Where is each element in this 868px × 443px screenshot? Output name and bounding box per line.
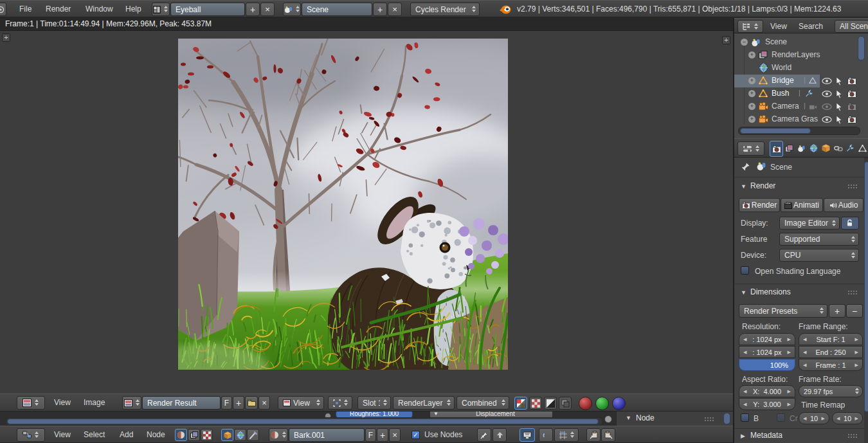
copy-nodes-button[interactable]: [586, 428, 601, 442]
new-image-button[interactable]: +: [233, 396, 244, 410]
aspect-y-field[interactable]: ◀Y: 3.000▶: [739, 398, 795, 410]
animation-button[interactable]: Animati: [781, 198, 823, 212]
parent-node-tree-button[interactable]: [493, 428, 507, 442]
add-layout-button[interactable]: +: [246, 3, 260, 16]
remap-new-field[interactable]: ◀10▶: [832, 412, 863, 424]
tab-scene[interactable]: [795, 141, 808, 156]
menu-file[interactable]: File: [19, 1, 32, 18]
unlink-material-button[interactable]: ×: [389, 428, 401, 442]
menu-add[interactable]: Add: [120, 426, 133, 443]
display-dropdown[interactable]: Image Editor: [779, 217, 840, 230]
z-buffer-button[interactable]: [559, 397, 572, 410]
paste-nodes-button[interactable]: [601, 428, 615, 442]
red-channel-button[interactable]: [579, 397, 592, 410]
compositing-nodes-button[interactable]: [188, 429, 200, 441]
pivot-dropdown[interactable]: [328, 396, 352, 410]
add-preset-button[interactable]: +: [829, 304, 845, 318]
tab-constraints[interactable]: [832, 141, 844, 156]
expand-toggle[interactable]: +: [748, 51, 755, 59]
outliner-hscroll-thumb[interactable]: [740, 128, 811, 134]
menu-view[interactable]: View: [54, 394, 71, 411]
outliner-vscroll-thumb[interactable]: [858, 36, 865, 60]
snap-element-dropdown[interactable]: [554, 428, 579, 442]
cursor-icon[interactable]: [836, 102, 842, 111]
camera-render-icon[interactable]: [847, 77, 856, 85]
panel-grip[interactable]: [847, 184, 858, 188]
camera-render-icon[interactable]: [847, 116, 856, 123]
editor-type-button[interactable]: [737, 141, 764, 156]
resolution-percentage-slider[interactable]: 100%: [739, 359, 795, 371]
editor-type-button[interactable]: [17, 428, 45, 442]
green-channel-button[interactable]: [595, 397, 609, 410]
tab-object[interactable]: [820, 141, 832, 156]
screen-layout-browse-button[interactable]: [152, 3, 170, 16]
remap-old-field[interactable]: ◀10▶: [799, 412, 829, 424]
scene-browse-button[interactable]: [283, 3, 301, 16]
feature-set-dropdown[interactable]: Supported: [779, 233, 859, 246]
tab-render[interactable]: [770, 141, 783, 157]
node-panel-scrollbar[interactable]: [723, 413, 730, 424]
fps-dropdown[interactable]: 29.97 fps: [799, 385, 863, 397]
object-shader-button[interactable]: [221, 429, 233, 441]
frame-end-field[interactable]: ◀End : 250▶: [799, 346, 863, 358]
collapse-toggle[interactable]: −: [741, 39, 748, 46]
render-layer-dropdown[interactable]: RenderLayer: [393, 396, 455, 410]
tab-modifiers[interactable]: [844, 141, 856, 156]
panel-grip[interactable]: [847, 433, 858, 438]
osl-checkbox[interactable]: [741, 266, 749, 275]
image-browse-button[interactable]: [122, 396, 141, 410]
cursor-icon[interactable]: [836, 77, 842, 86]
node-panel-title[interactable]: Node: [636, 413, 655, 422]
fake-user-button[interactable]: F: [221, 396, 232, 410]
image-datablock-field[interactable]: Render Result: [142, 396, 221, 410]
editor-type-button[interactable]: [0, 3, 6, 16]
display-mode-dropdown[interactable]: All Scene: [835, 20, 868, 33]
menu-select[interactable]: Select: [84, 426, 105, 443]
add-scene-button[interactable]: +: [373, 3, 387, 16]
outliner-row-camera[interactable]: + Camera |: [734, 100, 868, 113]
eye-icon[interactable]: [822, 116, 832, 123]
slot-dropdown[interactable]: Slot 1: [357, 396, 391, 410]
properties-vscroll-track[interactable]: [864, 158, 868, 443]
open-image-button[interactable]: [245, 396, 258, 410]
metadata-panel-title[interactable]: Metadata: [750, 431, 782, 440]
render-button[interactable]: Render: [739, 198, 780, 212]
resolution-y-field[interactable]: ◀: 1024 px▶: [739, 346, 795, 358]
outliner-row-renderlayers[interactable]: + RenderLayers: [734, 49, 868, 62]
node-socket[interactable]: [604, 415, 612, 423]
crop-checkbox[interactable]: [777, 413, 785, 422]
outliner-hscroll-track[interactable]: [738, 127, 860, 135]
editor-type-button[interactable]: [17, 396, 45, 410]
render-presets-dropdown[interactable]: Render Presets: [739, 304, 827, 318]
cursor-icon[interactable]: [836, 89, 842, 98]
editor-type-button[interactable]: [737, 20, 763, 33]
render-engine-dropdown[interactable]: Cycles Render: [410, 3, 480, 16]
tab-object-data[interactable]: [856, 141, 868, 156]
material-datablock-field[interactable]: Bark.001: [289, 428, 365, 442]
screen-layout-name-field[interactable]: Eyeball: [170, 3, 245, 16]
world-shader-button[interactable]: [234, 429, 246, 441]
viewer-border-button[interactable]: [520, 428, 535, 442]
properties-vscroll-thumb[interactable]: [864, 161, 868, 412]
color-alpha-channel-button[interactable]: [514, 397, 527, 410]
render-pass-dropdown[interactable]: Combined: [457, 396, 509, 410]
fake-user-button[interactable]: F: [365, 428, 376, 442]
image-mode-dropdown[interactable]: View: [278, 396, 324, 410]
outliner-row-bush[interactable]: + Bush |: [734, 87, 868, 100]
material-browse-button[interactable]: [269, 428, 288, 442]
scene-name-field[interactable]: Scene: [302, 3, 372, 16]
device-dropdown[interactable]: CPU: [779, 249, 859, 262]
pin-button[interactable]: [477, 428, 491, 442]
outliner-row-world[interactable]: World: [734, 62, 868, 75]
menu-image[interactable]: Image: [84, 394, 105, 411]
use-nodes-checkbox[interactable]: ✓: [411, 431, 420, 439]
cursor-icon[interactable]: [836, 115, 842, 124]
outliner-row-bridge[interactable]: + Bridge |: [734, 75, 868, 87]
expand-toggle[interactable]: +: [748, 77, 755, 84]
node-hscroll-thumb[interactable]: [7, 419, 599, 424]
border-checkbox[interactable]: [741, 413, 749, 422]
expand-toggle[interactable]: +: [748, 103, 755, 110]
menu-render[interactable]: Render: [46, 1, 71, 18]
camera-render-icon[interactable]: [847, 90, 856, 98]
close-layout-button[interactable]: ×: [260, 3, 275, 16]
